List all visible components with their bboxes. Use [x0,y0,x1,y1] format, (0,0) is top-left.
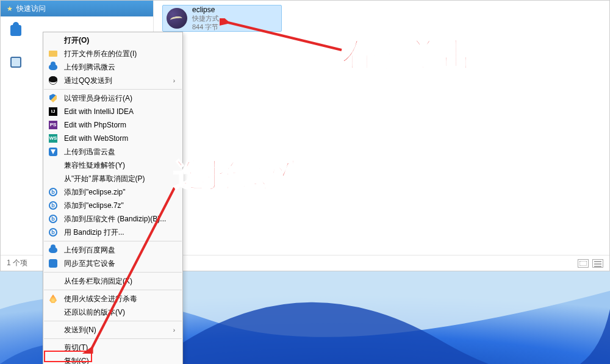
context-menu-item-label: 还原以前的版本(V) [64,307,175,318]
context-menu-item[interactable]: 打开(O) [43,34,182,47]
context-menu-item-label: 兼容性疑难解答(Y) [64,160,175,171]
file-meta: eclipse 快捷方式 844 字节 [192,5,219,31]
context-menu-item-label: 打开(O) [64,35,175,46]
xl-icon [48,147,58,157]
bz-icon [48,201,58,210]
ws-icon: WS [48,134,58,143]
folder-icon [48,49,58,59]
submenu-arrow-icon: › [173,77,175,84]
file-type: 快捷方式 [192,14,219,23]
context-menu: 打开(O)打开文件所在的位置(I)上传到腾讯微云通过QQ发送到›以管理员身份运行… [43,32,183,364]
blank-icon [48,343,58,352]
context-menu-item-label: 添加到压缩文件 (Bandizip)(B)... [64,214,175,224]
context-menu-item[interactable]: 通过QQ发送到› [43,74,182,87]
context-menu-item-label: 通过QQ发送到 [64,76,173,86]
context-menu-item-label: Edit with WebStorm [64,134,175,143]
context-menu-item[interactable]: 上传到腾讯微云 [43,60,182,74]
eclipse-icon [167,8,187,29]
context-menu-item[interactable]: 从"开始"屏幕取消固定(P) [43,172,182,185]
onedrive-icon[interactable] [10,25,21,36]
view-grid-icon[interactable] [578,259,589,268]
context-menu-item[interactable]: 兼容性疑难解答(Y) [43,159,182,172]
blank-icon [48,276,58,286]
context-menu-item[interactable]: 用 Bandizip 打开... [43,226,182,239]
context-menu-item-label: Edit with PhpStorm [64,121,175,129]
context-menu-separator [44,89,182,90]
bz-icon [48,187,58,197]
context-menu-item[interactable]: 复制(C) [43,354,182,364]
star-icon: ★ [7,1,13,16]
this-pc-icon[interactable] [10,57,21,68]
context-menu-item[interactable]: 同步至其它设备 [43,257,182,270]
context-menu-item-label: 剪切(T) [64,343,175,353]
context-menu-item-label: 上传到迅雷云盘 [64,147,175,157]
blank-icon [48,160,58,170]
blank-icon [48,325,58,335]
context-menu-item-label: 从任务栏取消固定(K) [64,276,175,287]
context-menu-item[interactable]: IJEdit with IntelliJ IDEA [43,105,182,118]
context-menu-item-label: 从"开始"屏幕取消固定(P) [64,174,175,184]
file-size: 844 字节 [192,23,219,31]
context-menu-item-label: 上传到百度网盘 [64,245,175,255]
blank-icon [48,174,58,184]
blank-icon [48,356,58,364]
baidu-icon [48,245,58,255]
context-menu-item[interactable]: 上传到迅雷云盘 [43,145,182,159]
context-menu-item-label: 复制(C) [64,356,175,365]
context-menu-item[interactable]: 还原以前的版本(V) [43,305,182,319]
context-menu-separator [44,321,182,321]
context-menu-item-label: 上传到腾讯微云 [64,62,175,73]
statusbar-item-count: 1 个项 [7,258,27,268]
context-menu-item-label: 用 Bandizip 打开... [64,227,175,238]
context-menu-item-label: 添加到"eclipse.zip" [64,187,175,198]
annotation-right-click: 右键单击 [342,34,473,76]
context-menu-item-label: 以管理员身份运行(A) [64,93,175,104]
tcloud-icon [48,62,58,72]
view-list-icon[interactable] [592,259,603,268]
blank-icon [48,35,58,45]
sidebar-quick-access-label: 快速访问 [16,1,46,16]
ij-icon: IJ [48,107,58,116]
context-menu-item[interactable]: 添加到压缩文件 (Bandizip)(B)... [43,212,182,226]
context-menu-separator [44,290,182,290]
view-mode-icons[interactable] [578,259,603,268]
context-menu-item[interactable]: 添加到"eclipse.7z" [43,199,182,212]
shield-icon [48,93,58,103]
context-menu-item-label: 打开文件所在的位置(I) [64,49,175,59]
context-menu-item-label: 添加到"eclipse.7z" [64,201,175,211]
context-menu-item[interactable]: 从任务栏取消固定(K) [43,274,182,288]
submenu-arrow-icon: › [173,327,175,334]
context-menu-item[interactable]: 打开文件所在的位置(I) [43,47,182,60]
blank-icon [48,307,58,317]
file-item-eclipse[interactable]: eclipse 快捷方式 844 字节 [162,5,282,32]
context-menu-separator [44,272,182,273]
bz-icon [48,214,58,224]
file-name: eclipse [192,5,219,14]
context-menu-item[interactable]: 上传到百度网盘 [43,243,182,257]
context-menu-item-label: Edit with IntelliJ IDEA [64,107,175,116]
context-menu-item[interactable]: 添加到"eclipse.zip" [43,185,182,199]
annotation-select-properties: 选择属性 [174,154,306,196]
context-menu-item-label: 使用火绒安全进行杀毒 [64,294,175,304]
context-menu-item-label: 发送到(N) [64,325,173,335]
context-menu-item[interactable]: 发送到(N)› [43,323,182,337]
bz-icon [48,227,58,237]
context-menu-item[interactable]: 剪切(T) [43,341,182,354]
sync-icon [48,259,58,268]
context-menu-item[interactable]: 以管理员身份运行(A) [43,91,182,105]
qq-icon [48,76,58,85]
context-menu-item[interactable]: WSEdit with WebStorm [43,132,182,145]
ps-icon: PS [48,120,58,130]
context-menu-item[interactable]: 使用火绒安全进行杀毒 [43,292,182,305]
context-menu-item-label: 同步至其它设备 [64,259,175,269]
context-menu-item[interactable]: PSEdit with PhpStorm [43,118,182,132]
fire-icon [48,294,58,304]
context-menu-separator [44,241,182,241]
context-menu-separator [44,338,182,339]
sidebar-quick-access[interactable]: ★ 快速访问 [1,1,153,16]
